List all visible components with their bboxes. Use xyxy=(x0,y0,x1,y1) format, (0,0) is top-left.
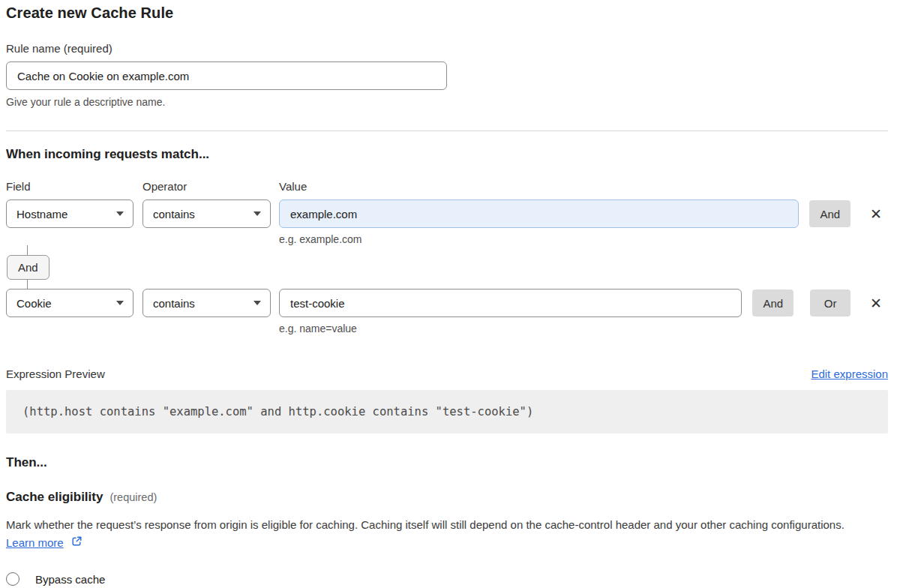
connector-and-chip[interactable]: And xyxy=(7,255,50,280)
condition-column-labels: Field Operator Value xyxy=(6,180,888,193)
operator-column-label: Operator xyxy=(142,180,279,193)
value-input[interactable] xyxy=(279,289,742,317)
expression-preview-box: (http.host contains "example.com" and ht… xyxy=(6,390,888,434)
value-column-label: Value xyxy=(279,180,307,193)
value-hint: e.g. example.com xyxy=(279,233,888,245)
chevron-down-icon xyxy=(254,212,261,216)
rule-name-input[interactable] xyxy=(6,62,447,90)
description-text: Mark whether the request’s response from… xyxy=(6,518,844,531)
rule-name-label: Rule name (required) xyxy=(6,42,888,55)
or-button[interactable]: Or xyxy=(810,290,850,316)
page-title: Create new Cache Rule xyxy=(6,4,888,22)
external-link-icon xyxy=(71,534,82,552)
rule-name-help: Give your rule a descriptive name. xyxy=(6,96,888,108)
field-select-value: Cookie xyxy=(16,297,52,310)
match-heading: When incoming requests match... xyxy=(6,147,888,162)
condition-row: Cookie contains And Or ✕ xyxy=(6,289,888,317)
chevron-down-icon xyxy=(254,301,261,305)
expression-preview-label: Expression Preview xyxy=(6,368,105,380)
remove-condition-icon[interactable]: ✕ xyxy=(868,296,884,310)
section-divider xyxy=(6,130,888,131)
condition-connector: And xyxy=(6,245,888,289)
value-hint: e.g. name=value xyxy=(279,322,888,334)
radio-option-label: Bypass cache xyxy=(35,573,105,586)
operator-select-value: contains xyxy=(153,208,195,220)
expression-code: (http.host contains "example.com" and ht… xyxy=(22,405,533,418)
field-select[interactable]: Hostname xyxy=(6,200,134,228)
and-button[interactable]: And xyxy=(752,290,794,316)
cache-eligibility-heading: Cache eligibility xyxy=(6,490,103,505)
required-note: (required) xyxy=(110,491,157,503)
field-column-label: Field xyxy=(6,180,142,193)
field-select[interactable]: Cookie xyxy=(6,289,134,317)
then-heading: Then... xyxy=(6,455,888,470)
cache-eligibility-description: Mark whether the request’s response from… xyxy=(6,516,876,552)
field-select-value: Hostname xyxy=(16,208,68,220)
and-button[interactable]: And xyxy=(809,200,850,227)
operator-select-value: contains xyxy=(153,297,195,310)
radio-button-icon[interactable] xyxy=(6,572,20,586)
value-input[interactable] xyxy=(279,200,799,228)
operator-select[interactable]: contains xyxy=(142,200,271,228)
edit-expression-link[interactable]: Edit expression xyxy=(811,368,888,380)
chevron-down-icon xyxy=(116,301,124,305)
chevron-down-icon xyxy=(116,212,124,216)
bypass-cache-option[interactable]: Bypass cache xyxy=(6,572,888,586)
remove-condition-icon[interactable]: ✕ xyxy=(868,207,884,221)
condition-row: Hostname contains And ✕ xyxy=(6,200,888,228)
operator-select[interactable]: contains xyxy=(142,289,271,317)
learn-more-link[interactable]: Learn more xyxy=(6,534,64,552)
